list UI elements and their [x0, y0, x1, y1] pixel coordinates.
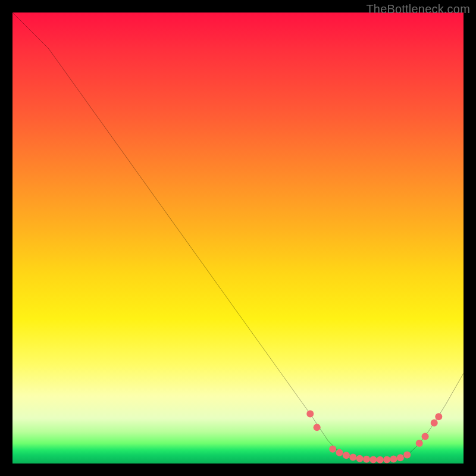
watermark-text: TheBottleneck.com	[366, 2, 470, 16]
highlight-dot	[343, 452, 350, 459]
highlight-dot	[306, 411, 314, 418]
highlight-dot	[349, 453, 356, 461]
bottleneck-curve	[12, 12, 464, 460]
highlight-dot	[397, 454, 404, 461]
bottleneck-curve-path	[12, 12, 464, 460]
highlight-dot	[390, 455, 397, 462]
highlight-dot	[329, 446, 336, 453]
highlight-dot	[422, 433, 429, 440]
highlight-dot	[336, 449, 343, 456]
highlight-dot	[435, 413, 442, 420]
highlight-dot	[431, 419, 438, 427]
highlight-dot	[363, 456, 370, 463]
plot-area	[12, 12, 464, 464]
chart-svg	[12, 12, 464, 464]
highlight-dots	[306, 411, 442, 464]
highlight-dot	[383, 456, 390, 464]
highlight-dot	[356, 455, 364, 462]
highlight-dot	[369, 456, 377, 464]
highlight-dot	[377, 456, 384, 464]
highlight-dot	[314, 424, 321, 431]
highlight-dot	[416, 440, 423, 447]
chart-stage: TheBottleneck.com	[0, 0, 476, 476]
highlight-dot	[403, 452, 411, 459]
